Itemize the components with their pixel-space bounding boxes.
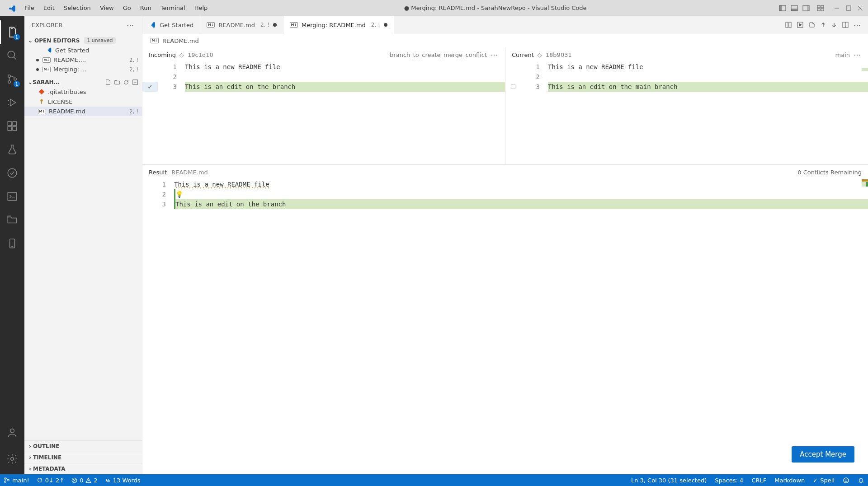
vscode-logo-icon (45, 47, 52, 54)
tab-merging[interactable]: M↓ Merging: README.md 2, ! (283, 16, 394, 34)
incoming-code[interactable]: This is a new README file This is an edi… (185, 62, 505, 164)
status-language[interactable]: Markdown (774, 477, 805, 484)
timeline-header[interactable]: ›TIMELINE (24, 452, 142, 463)
layout-panel-icon[interactable] (790, 4, 798, 12)
menu-terminal[interactable]: Terminal (156, 2, 190, 14)
close-icon[interactable] (856, 4, 864, 12)
activity-account-icon[interactable] (0, 421, 24, 444)
diff-icon[interactable] (785, 21, 792, 28)
open-editor-readme[interactable]: M↓ README.... 2, ! (24, 55, 142, 65)
breadcrumb[interactable]: M↓ README.md (142, 34, 868, 47)
run-icon[interactable] (797, 21, 804, 28)
activity-extensions-icon[interactable] (0, 114, 24, 138)
status-spaces[interactable]: Spaces: 4 (715, 477, 743, 484)
chevron-right-icon: › (29, 454, 31, 461)
more-icon[interactable]: ⋯ (854, 21, 862, 29)
open-editors-header[interactable]: ⌄ OPEN EDITORS 1 unsaved (24, 36, 142, 45)
activity-todo-icon[interactable] (0, 161, 24, 185)
menu-run[interactable]: Run (136, 2, 156, 14)
sidebar: EXPLORER ⋯ ⌄ OPEN EDITORS 1 unsaved Get … (24, 16, 142, 474)
new-folder-icon[interactable] (114, 79, 120, 85)
result-title: Result (149, 169, 167, 176)
code-line: This is a new README file (548, 62, 868, 72)
accept-merge-button[interactable]: Accept Merge (792, 446, 854, 463)
item-label: Get Started (55, 47, 89, 54)
overview-ruler[interactable] (862, 179, 868, 474)
result-code[interactable]: This is a new README file 💡 This is an e… (174, 179, 868, 209)
tab-label: README.md (218, 22, 255, 28)
prev-change-icon[interactable] (820, 22, 826, 28)
open-editor-getstarted[interactable]: Get Started (24, 45, 142, 55)
more-icon[interactable]: ⋯ (491, 51, 499, 59)
status-sync[interactable]: 0↓ 2↑ (37, 477, 64, 484)
menubar: File Edit Selection View Go Run Terminal… (20, 2, 212, 14)
current-commit: 18b9031 (546, 51, 572, 58)
accept-incoming-check-icon[interactable]: ✓ (142, 82, 158, 92)
status-feedback-icon[interactable] (843, 477, 849, 484)
activity-settings-icon[interactable] (0, 447, 24, 471)
svg-point-37 (5, 478, 6, 480)
menu-view[interactable]: View (95, 2, 118, 14)
refresh-icon[interactable] (123, 79, 129, 85)
chevron-down-icon: ⌄ (28, 79, 33, 85)
activity-test-icon[interactable] (0, 138, 24, 161)
status-eol[interactable]: CRLF (751, 477, 766, 484)
svg-rect-21 (8, 126, 12, 131)
customize-layout-icon[interactable] (816, 4, 825, 12)
status-cursor[interactable]: Ln 3, Col 30 (31 selected) (631, 477, 707, 484)
tab-bar: Get Started M↓ README.md 2, ! M↓ Merging… (142, 16, 868, 34)
layout-sidebar-left-icon[interactable] (778, 4, 787, 12)
tab-readme[interactable]: M↓ README.md 2, ! (200, 16, 283, 34)
split-editor-icon[interactable] (842, 21, 849, 28)
activity-search-icon[interactable] (0, 44, 24, 67)
open-changes-icon[interactable] (808, 21, 816, 28)
sidebar-more-icon[interactable]: ⋯ (127, 21, 135, 29)
file-readme[interactable]: M↓ README.md 2, ! (24, 107, 142, 116)
item-label: README.md (49, 108, 85, 115)
status-bell-icon[interactable] (858, 477, 864, 484)
status-problems[interactable]: 0 2 (71, 477, 98, 484)
new-file-icon[interactable] (105, 79, 111, 85)
menu-edit[interactable]: Edit (39, 2, 59, 14)
svg-point-27 (10, 429, 14, 433)
file-license[interactable]: LICENSE (24, 97, 142, 107)
unsaved-chip: 1 unsaved (84, 37, 115, 44)
commit-icon: ◇ (179, 51, 184, 58)
collapse-icon[interactable] (132, 79, 138, 85)
next-change-icon[interactable] (831, 22, 837, 28)
lightbulb-icon[interactable]: 💡 (175, 191, 183, 198)
minimize-icon[interactable] (833, 4, 841, 12)
tab-getstarted[interactable]: Get Started (142, 16, 200, 34)
code-line: This is a new README file (174, 181, 269, 188)
current-code[interactable]: This is a new README file This is an edi… (548, 62, 868, 164)
activity-explorer-icon[interactable]: 1 (0, 20, 24, 44)
layout-sidebar-right-icon[interactable] (802, 4, 810, 12)
folder-header[interactable]: ⌄ SARAH... (24, 78, 142, 87)
incoming-pane: Incoming ◇ 19c1d10 branch_to_create_merg… (142, 47, 505, 164)
status-words[interactable]: 13 Words (105, 477, 141, 484)
current-pane: Current ◇ 18b9031 main ⋯ ☐ (505, 47, 868, 164)
activity-folder-icon[interactable] (0, 208, 24, 232)
menu-go[interactable]: Go (118, 2, 136, 14)
accept-current-check-icon[interactable]: ☐ (505, 82, 521, 92)
activity-scm-icon[interactable]: 1 (0, 67, 24, 91)
open-editor-merging[interactable]: M↓ Merging: ... 2, ! (24, 65, 142, 74)
activity-debug-icon[interactable] (0, 91, 24, 114)
menu-help[interactable]: Help (190, 2, 212, 14)
menu-selection[interactable]: Selection (59, 2, 95, 14)
svg-point-23 (8, 168, 17, 178)
status-spell[interactable]: ✓ Spell (813, 477, 835, 484)
activity-terminal-icon[interactable] (0, 185, 24, 208)
titlebar: File Edit Selection View Go Run Terminal… (0, 0, 868, 16)
status-branch[interactable]: main! (4, 477, 29, 484)
svg-point-46 (847, 480, 847, 480)
outline-header[interactable]: ›OUTLINE (24, 440, 142, 452)
menu-file[interactable]: File (20, 2, 39, 14)
tab-label: Get Started (160, 22, 193, 28)
file-gitattributes[interactable]: .gitattributes (24, 87, 142, 97)
metadata-header[interactable]: ›METADATA (24, 463, 142, 474)
maximize-icon[interactable] (844, 4, 853, 12)
more-icon[interactable]: ⋯ (854, 51, 862, 59)
activity-device-icon[interactable] (0, 232, 24, 255)
line-numbers: 123 (142, 179, 174, 209)
